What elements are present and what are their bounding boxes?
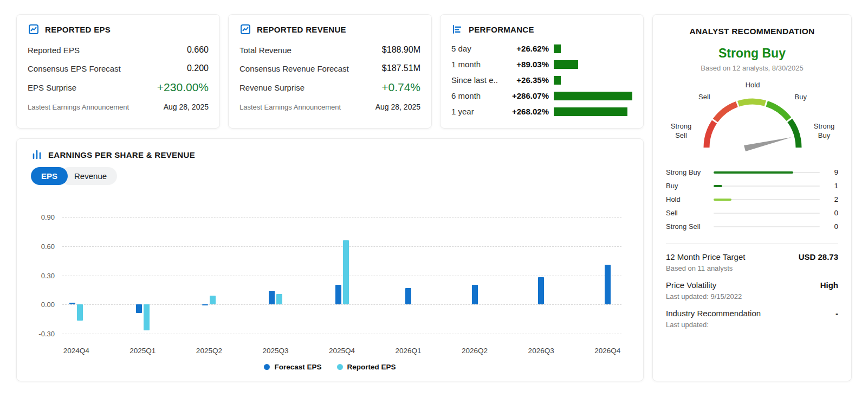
stat-value: 0.200 <box>187 63 209 73</box>
industry-note: Last updated: <box>666 321 838 329</box>
gridline <box>62 246 621 247</box>
gauge-needle <box>744 137 792 151</box>
distribution-label: Strong Sell <box>666 222 714 231</box>
distribution-list: Strong Buy9Buy1Hold2Sell0Strong Sell0 <box>666 165 838 233</box>
report-document-icon <box>28 23 40 35</box>
y-axis-tick: 0.90 <box>41 213 55 221</box>
chart-header: EARNINGS PER SHARE & REVENUE <box>31 149 629 161</box>
stat-label: Reported EPS <box>28 46 80 55</box>
tab-revenue[interactable]: Revenue <box>60 167 117 185</box>
performance-period: 5 day <box>451 44 498 53</box>
performance-header: PERFORMANCE <box>451 23 632 35</box>
distribution-row: Sell0 <box>666 206 838 220</box>
tab-eps[interactable]: EPS <box>31 167 68 185</box>
stat-label: Consensus Revenue Forecast <box>239 64 349 73</box>
reported-eps-card: REPORTED EPS Reported EPS 0.660 Consensu… <box>16 14 220 129</box>
stat-label: Total Revenue <box>239 46 292 55</box>
x-axis-tick: 2025Q4 <box>329 347 355 355</box>
stat-row-surprise: Revenue Surprise +0.74% <box>239 78 420 98</box>
volatility-value: High <box>820 280 838 290</box>
eps-bar[interactable] <box>472 285 478 304</box>
x-axis-tick: 2026Q2 <box>462 347 488 355</box>
gridline <box>62 334 621 334</box>
price-target-note: Based on 11 analysts <box>666 264 838 272</box>
stat-label: EPS Surprise <box>28 83 76 92</box>
stat-value: $187.51M <box>382 63 420 73</box>
eps-bar[interactable] <box>136 304 142 313</box>
performance-change: +268.02% <box>498 107 549 116</box>
performance-row: 5 day+26.62% <box>451 41 632 56</box>
performance-change: +89.03% <box>498 60 549 69</box>
eps-bar[interactable] <box>77 304 83 321</box>
eps-bar[interactable] <box>69 303 75 305</box>
stat-row: Consensus EPS Forecast 0.200 <box>28 59 209 78</box>
y-axis-tick: 0.60 <box>41 242 55 251</box>
stat-label: Revenue Surprise <box>239 83 305 92</box>
chart-tabs: EPS Revenue <box>31 167 629 185</box>
legend-dot <box>264 364 270 370</box>
analyst-recommendation-card: ANALYST RECOMMENDATION Strong Buy Based … <box>652 14 852 381</box>
card-title: REPORTED REVENUE <box>257 25 346 34</box>
eps-bar[interactable] <box>202 304 208 305</box>
consensus-subtitle: Based on 12 analysts, 8/30/2025 <box>666 64 838 72</box>
performance-row: Since last e...+26.35% <box>451 72 632 88</box>
distribution-count: 0 <box>820 209 838 217</box>
eps-bar[interactable] <box>276 294 282 305</box>
x-axis-tick: 2026Q3 <box>528 347 554 355</box>
eps-bar[interactable] <box>144 304 150 330</box>
announcement-date: Aug 28, 2025 <box>375 103 420 111</box>
eps-bar[interactable] <box>269 291 275 304</box>
distribution-count: 9 <box>820 168 838 176</box>
price-target-row: 12 Month Price Target USD 28.73 <box>666 252 838 261</box>
stat-row-announcement: Lastest Earnings Announcement Aug 28, 20… <box>28 98 209 116</box>
distribution-track <box>714 172 820 173</box>
performance-bar-track <box>549 107 632 116</box>
performance-bar-track <box>549 92 632 100</box>
distribution-label: Buy <box>666 182 714 190</box>
gauge-segment-sell <box>715 104 737 120</box>
eps-bar[interactable] <box>605 265 611 304</box>
price-target-label: 12 Month Price Target <box>666 252 745 261</box>
eps-bar[interactable] <box>335 285 341 304</box>
performance-bar-track <box>549 44 632 53</box>
distribution-track <box>714 226 820 227</box>
bar-chart-icon <box>31 149 43 161</box>
stat-value: $188.90M <box>382 45 420 55</box>
distribution-fill <box>714 171 793 174</box>
performance-bar <box>554 92 632 100</box>
performance-row: 1 year+268.02% <box>451 104 632 119</box>
stat-row: Total Revenue $188.90M <box>239 41 420 59</box>
industry-label: Industry Recommendation <box>666 309 761 318</box>
stat-row-announcement: Lastest Earnings Announcement Aug 28, 20… <box>239 98 420 116</box>
distribution-track <box>714 199 820 200</box>
distribution-row: Hold2 <box>666 193 838 206</box>
eps-bar[interactable] <box>343 240 349 304</box>
performance-change: +26.35% <box>498 75 549 85</box>
card-title: EARNINGS PER SHARE & REVENUE <box>48 150 195 159</box>
performance-bar-track <box>549 60 632 69</box>
consensus-rating: Strong Buy <box>666 46 838 61</box>
earnings-dashboard: REPORTED EPS Reported EPS 0.660 Consensu… <box>0 0 868 396</box>
revenue-surprise-value: +0.74% <box>381 81 420 94</box>
distribution-row: Strong Buy9 <box>666 165 838 179</box>
report-document-icon <box>239 23 251 35</box>
performance-period: 1 month <box>451 60 498 69</box>
performance-bar-track <box>549 76 632 85</box>
stat-row: Reported EPS 0.660 <box>28 41 209 59</box>
x-axis-tick: 2025Q1 <box>129 347 156 355</box>
distribution-row: Buy1 <box>666 179 838 193</box>
gauge-segment-buy <box>767 104 789 119</box>
analyst-title: ANALYST RECOMMENDATION <box>666 27 838 36</box>
eps-bar[interactable] <box>538 277 544 304</box>
performance-change: +26.62% <box>498 44 549 53</box>
industry-row: Industry Recommendation - <box>666 309 838 318</box>
distribution-count: 1 <box>820 182 838 190</box>
eps-bar[interactable] <box>405 288 411 304</box>
eps-revenue-chart-card: EARNINGS PER SHARE & REVENUE EPS Revenue… <box>16 138 644 381</box>
eps-surprise-value: +230.00% <box>157 81 209 94</box>
legend-item[interactable]: Reported EPS <box>337 363 396 371</box>
distribution-fill <box>714 199 731 201</box>
gridline <box>62 217 621 218</box>
eps-bar[interactable] <box>210 296 216 304</box>
legend-item[interactable]: Forecast EPS <box>264 363 321 371</box>
